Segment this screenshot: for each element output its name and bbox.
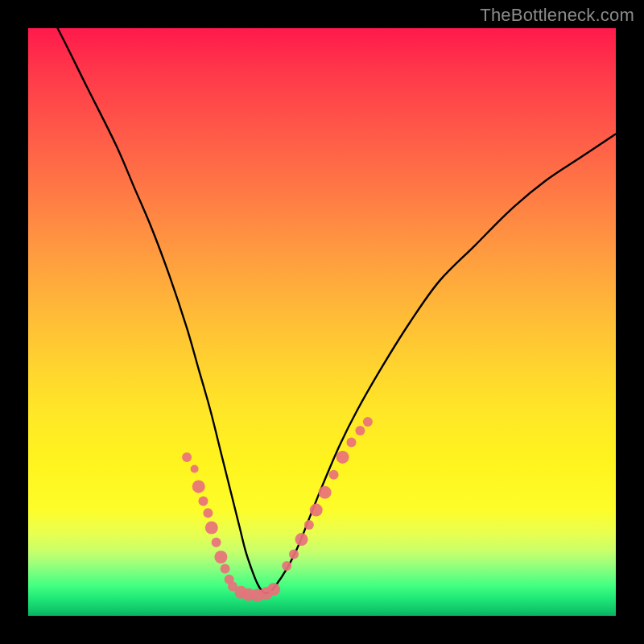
data-marker [182, 452, 192, 462]
data-marker [319, 486, 332, 499]
data-marker [212, 538, 221, 547]
data-marker [310, 504, 323, 517]
marker-group [182, 417, 373, 601]
data-marker [363, 417, 373, 427]
watermark-label: TheBottleneck.com [480, 5, 634, 26]
data-marker [203, 508, 213, 518]
data-marker [205, 522, 218, 535]
data-marker [191, 465, 199, 473]
data-marker [192, 480, 205, 493]
data-marker [347, 438, 357, 448]
data-marker [336, 451, 349, 464]
curve-svg [28, 28, 616, 616]
data-marker [295, 533, 308, 546]
data-marker [221, 564, 230, 574]
data-marker [289, 549, 299, 559]
data-marker [214, 551, 227, 564]
data-marker [329, 470, 339, 480]
data-marker [267, 583, 280, 596]
data-marker [304, 520, 314, 530]
plot-area [28, 28, 616, 616]
chart-frame: TheBottleneck.com [0, 0, 644, 644]
data-marker [199, 497, 208, 506]
data-marker [282, 561, 291, 571]
data-marker [355, 426, 365, 436]
